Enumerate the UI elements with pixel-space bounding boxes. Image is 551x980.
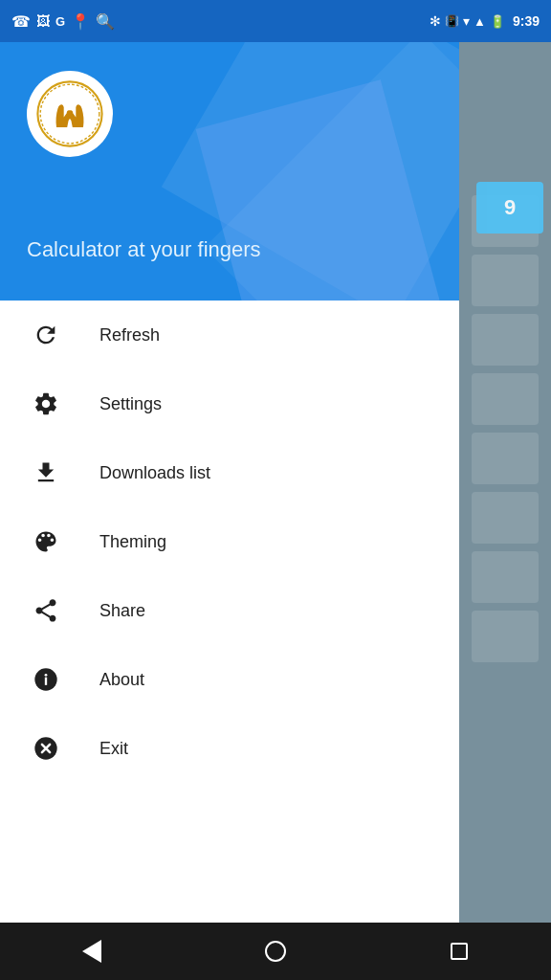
exit-icon xyxy=(27,729,65,768)
menu-label-share: Share xyxy=(99,601,145,621)
status-time: 9:39 xyxy=(513,13,540,29)
menu-label-exit: Exit xyxy=(99,739,128,759)
back-button[interactable] xyxy=(63,923,121,980)
navigation-drawer: Calculator at your fingers Refresh Setti… xyxy=(0,42,459,936)
menu-label-theming: Theming xyxy=(99,532,166,552)
wifi-icon: ▾ xyxy=(463,13,470,29)
recent-apps-button[interactable] xyxy=(430,923,488,980)
menu-label-refresh: Refresh xyxy=(99,325,160,345)
download-icon xyxy=(27,454,65,492)
palette-icon xyxy=(27,523,65,561)
svg-rect-3 xyxy=(45,678,47,685)
menu-item-downloads[interactable]: Downloads list xyxy=(0,438,459,507)
app-logo xyxy=(27,71,113,157)
calc-display-shadow: 9 xyxy=(476,182,543,234)
info-icon xyxy=(27,660,65,699)
menu-list: Refresh Settings Downloads list xyxy=(0,301,459,936)
recent-icon xyxy=(451,943,468,960)
back-icon xyxy=(82,940,101,963)
share-icon xyxy=(27,591,65,630)
menu-item-refresh[interactable]: Refresh xyxy=(0,301,459,369)
menu-label-about: About xyxy=(99,670,144,690)
vibrate-icon: 📳 xyxy=(445,14,459,28)
menu-label-downloads: Downloads list xyxy=(99,463,210,483)
gplus-icon: G xyxy=(55,14,65,29)
status-right-icons: ✻ 📳 ▾ ▲ 🔋 9:39 xyxy=(430,13,540,29)
search-icon: 🔍 xyxy=(96,12,115,31)
call-icon: ☎ xyxy=(11,12,31,31)
image-icon: 🖼 xyxy=(36,13,50,29)
status-left-icons: ☎ 🖼 G 📍 🔍 xyxy=(11,12,115,31)
drawer-title: Calculator at your fingers xyxy=(27,237,261,262)
home-icon xyxy=(265,941,286,962)
status-bar: ☎ 🖼 G 📍 🔍 ✻ 📳 ▾ ▲ 🔋 9:39 xyxy=(0,0,551,42)
settings-icon xyxy=(27,385,65,423)
menu-item-theming[interactable]: Theming xyxy=(0,507,459,576)
home-button[interactable] xyxy=(247,923,304,980)
battery-icon: 🔋 xyxy=(490,14,505,29)
refresh-icon xyxy=(27,316,65,354)
navigation-bar xyxy=(0,923,551,980)
drawer-header: Calculator at your fingers xyxy=(0,42,459,301)
bluetooth-icon: ✻ xyxy=(430,13,441,29)
menu-item-about[interactable]: About xyxy=(0,645,459,714)
menu-item-exit[interactable]: Exit xyxy=(0,714,459,783)
menu-item-share[interactable]: Share xyxy=(0,576,459,645)
svg-point-4 xyxy=(45,674,48,677)
menu-item-settings[interactable]: Settings xyxy=(0,369,459,438)
logo-svg xyxy=(36,80,103,147)
signal-icon: ▲ xyxy=(474,14,486,29)
location-icon: 📍 xyxy=(71,12,90,31)
menu-label-settings: Settings xyxy=(99,394,162,414)
